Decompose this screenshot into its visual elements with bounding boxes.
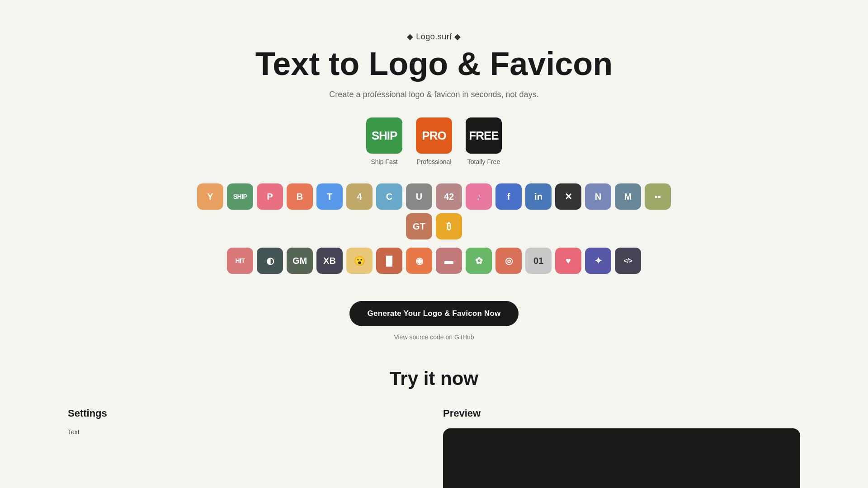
logo-icon: U <box>406 183 432 210</box>
logo-icon: GM <box>287 248 313 274</box>
logo-icon: </> <box>615 248 641 274</box>
logo-icon: N <box>585 183 611 210</box>
page-wrapper: ◆ Logo.surf ◆ Text to Logo & Favicon Cre… <box>0 0 868 488</box>
logo-icon: GT <box>406 213 432 239</box>
badge-pro: PRO Professional <box>416 117 452 165</box>
logo-icon: Y <box>197 183 223 210</box>
try-section: Try it now Settings Text Preview <box>0 368 868 488</box>
badge-row: SHIP Ship Fast PRO Professional FREE Tot… <box>366 117 502 165</box>
logo-icon: ◐ <box>257 248 283 274</box>
logo-icon: 42 <box>436 183 462 210</box>
try-title: Try it now <box>68 368 800 389</box>
logo-icon: B <box>287 183 313 210</box>
logo-icon: 😮 <box>346 248 373 274</box>
logo-icon: ▐▌ <box>376 248 402 274</box>
logo-icon: 4 <box>346 183 373 210</box>
logo-icon: M <box>615 183 641 210</box>
logo-icon: ▪▪ <box>645 183 671 210</box>
logo-icon: P <box>257 183 283 210</box>
preview-panel: Preview <box>443 408 800 488</box>
text-field: Text <box>68 428 425 436</box>
logo-icon: ✕ <box>555 183 581 210</box>
badge-ship-label: Ship Fast <box>371 158 397 165</box>
badge-ship: SHIP Ship Fast <box>366 117 402 165</box>
logo-icon: in <box>525 183 552 210</box>
badge-pro-box: PRO <box>416 117 452 154</box>
logo-icon: SHIP <box>227 183 253 210</box>
logo-examples: YSHIPPBT4CU42♪fin✕NM▪▪GT₿ HIT◐GMXB😮▐▌◉▬✿… <box>185 183 683 278</box>
badge-ship-box: SHIP <box>366 117 402 154</box>
logo-icon: ◎ <box>495 248 522 274</box>
badge-free-box: FREE <box>466 117 502 154</box>
logo-icon: ◉ <box>406 248 432 274</box>
preview-box <box>443 428 800 488</box>
badge-free-label: Totally Free <box>467 158 500 165</box>
generate-button[interactable]: Generate Your Logo & Favicon Now <box>349 301 519 326</box>
badge-pro-label: Professional <box>416 158 451 165</box>
logo-icon: ▬ <box>436 248 462 274</box>
logo-icon: ✿ <box>466 248 492 274</box>
preview-title: Preview <box>443 408 800 419</box>
github-link[interactable]: View source code on GitHub <box>394 333 474 341</box>
hero-title: Text to Logo & Favicon <box>255 46 613 82</box>
logo-icon: f <box>495 183 522 210</box>
hero-subtitle: Create a professional logo & favicon in … <box>329 90 538 99</box>
site-name: ◆ Logo.surf ◆ <box>407 32 461 42</box>
logo-icon: ₿ <box>436 213 462 239</box>
logo-row-1: YSHIPPBT4CU42♪fin✕NM▪▪GT₿ <box>185 183 683 239</box>
settings-title: Settings <box>68 408 425 419</box>
logo-icon: ♥ <box>555 248 581 274</box>
badge-free: FREE Totally Free <box>466 117 502 165</box>
logo-icon: ✦ <box>585 248 611 274</box>
logo-icon: XB <box>316 248 343 274</box>
try-columns: Settings Text Preview <box>68 408 800 488</box>
settings-panel: Settings Text <box>68 408 425 438</box>
logo-icon: HIT <box>227 248 253 274</box>
hero-section: ◆ Logo.surf ◆ Text to Logo & Favicon Cre… <box>0 0 868 488</box>
logo-icon: 01 <box>525 248 552 274</box>
logo-icon: C <box>376 183 402 210</box>
text-label: Text <box>68 428 425 436</box>
logo-icon: ♪ <box>466 183 492 210</box>
cta-section: Generate Your Logo & Favicon Now View so… <box>349 301 519 341</box>
logo-row-2: HIT◐GMXB😮▐▌◉▬✿◎01♥✦</> <box>218 248 650 274</box>
logo-icon: T <box>316 183 343 210</box>
